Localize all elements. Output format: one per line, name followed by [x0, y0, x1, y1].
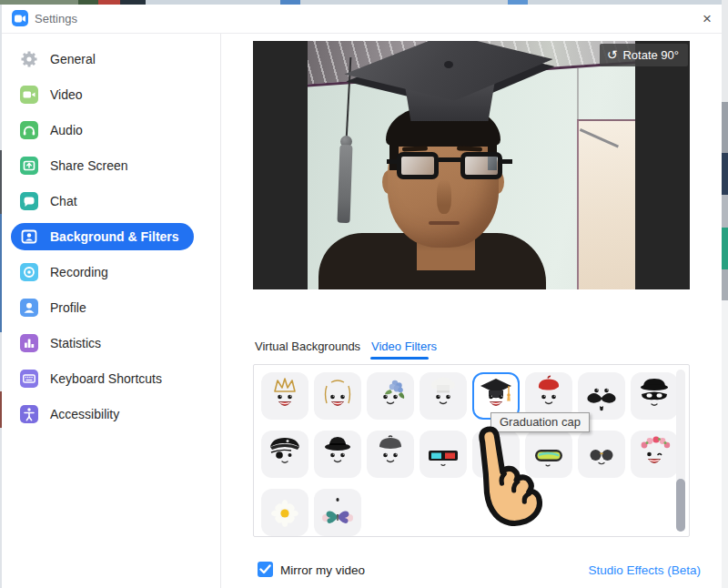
sidebar-item-share-screen[interactable]: Share Screen: [11, 152, 194, 179]
butterfly-filter[interactable]: [314, 489, 361, 536]
gear-icon: [20, 50, 38, 68]
crown-filter[interactable]: [261, 372, 308, 420]
earrings-filter[interactable]: [314, 372, 361, 420]
camera-image: [308, 41, 635, 289]
flower-crown-filter[interactable]: [631, 431, 678, 478]
window-title: Settings: [35, 12, 77, 25]
person-icon: [20, 299, 38, 317]
sidebar-item-label: Video: [50, 87, 83, 102]
desktop-edge-right: [722, 0, 728, 588]
keyboard-icon: [20, 370, 38, 388]
close-icon[interactable]: ×: [695, 7, 719, 31]
title-bar: Settings ×: [2, 5, 722, 33]
sidebar-item-audio[interactable]: Audio: [11, 117, 194, 144]
rotate-90-button[interactable]: ↺Rotate 90°: [600, 44, 688, 66]
sidebar-item-label: Chat: [50, 194, 77, 208]
sidebar-item-label: Background & Filters: [50, 229, 179, 244]
sidebar-item-label: Profile: [50, 300, 86, 315]
3d-glasses-filter[interactable]: [420, 431, 467, 478]
sidebar-item-statistics[interactable]: Statistics: [11, 329, 194, 357]
zoom-logo-icon: [12, 10, 28, 26]
record-icon: [20, 263, 38, 281]
settings-window: Settings × GeneralVideoAudioShare Screen…: [2, 5, 722, 588]
round-sunglasses-filter[interactable]: [578, 431, 625, 478]
sidebar-divider: [220, 34, 221, 588]
sidebar-item-label: Accessibility: [50, 407, 119, 421]
sidebar-item-general[interactable]: General: [11, 46, 194, 73]
blue-flower-filter[interactable]: [367, 372, 414, 420]
sidebar-item-label: General: [50, 52, 96, 66]
hand-cursor-icon: [474, 423, 545, 531]
chat-bubble-icon: [20, 192, 38, 210]
flat-cap-filter[interactable]: [367, 431, 414, 478]
sidebar-item-label: Audio: [50, 123, 83, 137]
sidebar-item-profile[interactable]: Profile: [11, 294, 194, 321]
sidebar-item-label: Recording: [50, 265, 108, 279]
video-preview: ↺Rotate 90°: [253, 41, 690, 289]
scrollbar-thumb[interactable]: [676, 479, 685, 532]
active-tab-underline: [370, 357, 429, 360]
room-door: [577, 119, 635, 289]
eyeglasses: [397, 152, 502, 183]
accessibility-icon: [20, 405, 38, 423]
tab-virtual-backgrounds[interactable]: Virtual Backgrounds: [255, 340, 360, 353]
scrollbar-track[interactable]: [676, 370, 685, 532]
sidebar: GeneralVideoAudioShare ScreenChatBackgro…: [2, 34, 220, 588]
bandit-mask-filter[interactable]: [631, 372, 678, 420]
video-camera-icon: [20, 86, 38, 104]
share-screen-icon: [20, 157, 38, 175]
sidebar-item-keyboard-shortcuts[interactable]: Keyboard Shortcuts: [11, 365, 194, 392]
sidebar-item-label: Keyboard Shortcuts: [50, 371, 162, 386]
mirror-video-checkbox[interactable]: [258, 562, 273, 577]
tab-video-filters[interactable]: Video Filters: [371, 340, 437, 353]
chef-hat-filter[interactable]: [420, 372, 467, 420]
rotate-icon: ↺: [607, 47, 618, 62]
portrait-icon: [20, 228, 38, 246]
sidebar-item-accessibility[interactable]: Accessibility: [11, 400, 194, 428]
sidebar-item-label: Share Screen: [50, 158, 128, 173]
sidebar-item-chat[interactable]: Chat: [11, 188, 194, 215]
sidebar-item-recording[interactable]: Recording: [11, 259, 194, 286]
sidebar-item-video[interactable]: Video: [11, 81, 194, 108]
studio-effects-link[interactable]: Studio Effects (Beta): [566, 563, 701, 577]
pirate-filter[interactable]: [261, 431, 308, 478]
headphones-icon: [20, 121, 38, 139]
sidebar-item-label: Statistics: [50, 336, 101, 350]
daisy-filter[interactable]: [261, 489, 308, 536]
sidebar-item-background-filters[interactable]: Background & Filters: [11, 223, 194, 250]
mirror-video-label: Mirror my video: [280, 563, 365, 577]
fedora-filter[interactable]: [314, 431, 361, 478]
bar-chart-icon: [20, 334, 38, 352]
